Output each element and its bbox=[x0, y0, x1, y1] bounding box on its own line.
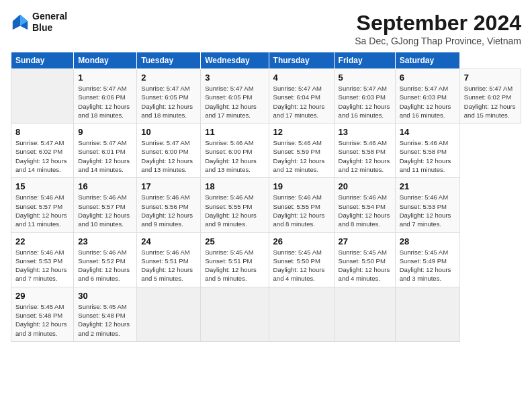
day-number: 4 bbox=[273, 73, 330, 83]
table-row: 24 Sunrise: 5:46 AMSunset: 5:51 PMDaylig… bbox=[137, 232, 201, 287]
calendar-week-4: 22 Sunrise: 5:46 AMSunset: 5:53 PMDaylig… bbox=[11, 232, 521, 287]
day-info: Sunrise: 5:45 AMSunset: 5:49 PMDaylight:… bbox=[400, 248, 451, 283]
table-row: 27 Sunrise: 5:45 AMSunset: 5:50 PMDaylig… bbox=[334, 232, 395, 287]
table-row: 2 Sunrise: 5:47 AMSunset: 6:05 PMDayligh… bbox=[137, 69, 201, 124]
table-row: 25 Sunrise: 5:45 AMSunset: 5:51 PMDaylig… bbox=[201, 232, 269, 287]
day-info: Sunrise: 5:46 AMSunset: 5:58 PMDaylight:… bbox=[400, 139, 451, 173]
day-number: 27 bbox=[339, 236, 391, 246]
day-number: 3 bbox=[205, 73, 264, 83]
day-info: Sunrise: 5:46 AMSunset: 5:53 PMDaylight:… bbox=[15, 248, 67, 283]
table-row: 10 Sunrise: 5:47 AMSunset: 6:00 PMDaylig… bbox=[137, 124, 201, 178]
table-row: 15 Sunrise: 5:46 AMSunset: 5:57 PMDaylig… bbox=[11, 178, 74, 232]
day-number: 8 bbox=[15, 127, 69, 137]
day-number: 7 bbox=[464, 73, 517, 83]
col-header-friday: Friday bbox=[334, 52, 395, 69]
table-row: 4 Sunrise: 5:47 AMSunset: 6:04 PMDayligh… bbox=[269, 69, 334, 124]
table-row: 1 Sunrise: 5:47 AMSunset: 6:06 PMDayligh… bbox=[74, 69, 137, 124]
calendar-table: SundayMondayTuesdayWednesdayThursdayFrid… bbox=[11, 52, 521, 342]
day-info: Sunrise: 5:46 AMSunset: 6:00 PMDaylight:… bbox=[205, 139, 257, 173]
table-row: 17 Sunrise: 5:46 AMSunset: 5:56 PMDaylig… bbox=[137, 178, 201, 232]
table-row: 21 Sunrise: 5:46 AMSunset: 5:53 PMDaylig… bbox=[395, 178, 459, 232]
table-row bbox=[269, 287, 334, 341]
calendar-week-1: 1 Sunrise: 5:47 AMSunset: 6:06 PMDayligh… bbox=[11, 69, 521, 124]
table-row bbox=[137, 287, 201, 341]
day-info: Sunrise: 5:47 AMSunset: 6:02 PMDaylight:… bbox=[464, 85, 516, 119]
day-number: 20 bbox=[339, 181, 391, 191]
table-row: 14 Sunrise: 5:46 AMSunset: 5:58 PMDaylig… bbox=[395, 124, 459, 178]
day-number: 1 bbox=[78, 73, 132, 83]
table-row: 23 Sunrise: 5:46 AMSunset: 5:52 PMDaylig… bbox=[74, 232, 137, 287]
day-number: 9 bbox=[78, 127, 132, 137]
day-number: 14 bbox=[400, 127, 455, 137]
day-number: 19 bbox=[273, 181, 330, 191]
logo-text: GeneralBlue bbox=[32, 11, 67, 34]
col-header-wednesday: Wednesday bbox=[201, 52, 269, 69]
day-info: Sunrise: 5:47 AMSunset: 6:02 PMDaylight:… bbox=[15, 139, 67, 173]
table-row bbox=[334, 287, 395, 341]
day-number: 2 bbox=[141, 73, 196, 83]
day-number: 26 bbox=[273, 236, 330, 246]
table-row: 29 Sunrise: 5:45 AMSunset: 5:48 PMDaylig… bbox=[11, 287, 74, 341]
col-header-monday: Monday bbox=[74, 52, 137, 69]
day-info: Sunrise: 5:47 AMSunset: 6:03 PMDaylight:… bbox=[400, 85, 451, 119]
day-number: 29 bbox=[15, 291, 69, 301]
table-row: 8 Sunrise: 5:47 AMSunset: 6:02 PMDayligh… bbox=[11, 124, 74, 178]
table-row: 28 Sunrise: 5:45 AMSunset: 5:49 PMDaylig… bbox=[395, 232, 459, 287]
day-info: Sunrise: 5:46 AMSunset: 5:57 PMDaylight:… bbox=[15, 193, 67, 228]
table-row: 7 Sunrise: 5:47 AMSunset: 6:02 PMDayligh… bbox=[459, 69, 521, 124]
day-info: Sunrise: 5:46 AMSunset: 5:52 PMDaylight:… bbox=[78, 248, 130, 283]
day-number: 6 bbox=[400, 73, 455, 83]
table-row: 3 Sunrise: 5:47 AMSunset: 6:05 PMDayligh… bbox=[201, 69, 269, 124]
day-info: Sunrise: 5:46 AMSunset: 5:56 PMDaylight:… bbox=[141, 193, 193, 228]
table-row: 20 Sunrise: 5:46 AMSunset: 5:54 PMDaylig… bbox=[334, 178, 395, 232]
day-info: Sunrise: 5:45 AMSunset: 5:50 PMDaylight:… bbox=[339, 248, 390, 283]
table-row: 5 Sunrise: 5:47 AMSunset: 6:03 PMDayligh… bbox=[334, 69, 395, 124]
day-info: Sunrise: 5:46 AMSunset: 5:51 PMDaylight:… bbox=[141, 248, 193, 283]
day-info: Sunrise: 5:46 AMSunset: 5:55 PMDaylight:… bbox=[205, 193, 257, 228]
title-area: September 2024 Sa Dec, GJong Thap Provin… bbox=[355, 11, 521, 46]
col-header-saturday: Saturday bbox=[395, 52, 459, 69]
day-number: 5 bbox=[339, 73, 391, 83]
day-number: 30 bbox=[78, 291, 132, 301]
day-info: Sunrise: 5:46 AMSunset: 5:57 PMDaylight:… bbox=[78, 193, 130, 228]
day-number: 10 bbox=[141, 127, 196, 137]
col-header-thursday: Thursday bbox=[269, 52, 334, 69]
table-row: 11 Sunrise: 5:46 AMSunset: 6:00 PMDaylig… bbox=[201, 124, 269, 178]
day-info: Sunrise: 5:46 AMSunset: 5:54 PMDaylight:… bbox=[339, 193, 390, 228]
day-info: Sunrise: 5:46 AMSunset: 5:58 PMDaylight:… bbox=[339, 139, 390, 173]
day-info: Sunrise: 5:46 AMSunset: 5:59 PMDaylight:… bbox=[273, 139, 325, 173]
day-number: 21 bbox=[400, 181, 455, 191]
day-info: Sunrise: 5:45 AMSunset: 5:51 PMDaylight:… bbox=[205, 248, 257, 283]
day-info: Sunrise: 5:45 AMSunset: 5:50 PMDaylight:… bbox=[273, 248, 325, 283]
calendar-week-3: 15 Sunrise: 5:46 AMSunset: 5:57 PMDaylig… bbox=[11, 178, 521, 232]
table-row: 19 Sunrise: 5:46 AMSunset: 5:55 PMDaylig… bbox=[269, 178, 334, 232]
day-number: 28 bbox=[400, 236, 455, 246]
day-number: 12 bbox=[273, 127, 330, 137]
day-info: Sunrise: 5:45 AMSunset: 5:48 PMDaylight:… bbox=[78, 303, 130, 337]
day-number: 16 bbox=[78, 181, 132, 191]
day-info: Sunrise: 5:45 AMSunset: 5:48 PMDaylight:… bbox=[15, 303, 67, 337]
day-info: Sunrise: 5:47 AMSunset: 6:05 PMDaylight:… bbox=[205, 85, 257, 119]
day-info: Sunrise: 5:46 AMSunset: 5:55 PMDaylight:… bbox=[273, 193, 325, 228]
day-number: 11 bbox=[205, 127, 264, 137]
day-info: Sunrise: 5:47 AMSunset: 6:00 PMDaylight:… bbox=[141, 139, 193, 173]
table-row: 13 Sunrise: 5:46 AMSunset: 5:58 PMDaylig… bbox=[334, 124, 395, 178]
table-row: 26 Sunrise: 5:45 AMSunset: 5:50 PMDaylig… bbox=[269, 232, 334, 287]
col-header-tuesday: Tuesday bbox=[137, 52, 201, 69]
table-row: 9 Sunrise: 5:47 AMSunset: 6:01 PMDayligh… bbox=[74, 124, 137, 178]
day-number: 13 bbox=[339, 127, 391, 137]
day-info: Sunrise: 5:47 AMSunset: 6:01 PMDaylight:… bbox=[78, 139, 130, 173]
day-number: 22 bbox=[15, 236, 69, 246]
day-info: Sunrise: 5:47 AMSunset: 6:06 PMDaylight:… bbox=[78, 85, 130, 119]
day-number: 25 bbox=[205, 236, 264, 246]
col-header-sunday: Sunday bbox=[11, 52, 74, 69]
day-info: Sunrise: 5:47 AMSunset: 6:05 PMDaylight:… bbox=[141, 85, 193, 119]
empty-cell bbox=[11, 69, 74, 124]
table-row: 22 Sunrise: 5:46 AMSunset: 5:53 PMDaylig… bbox=[11, 232, 74, 287]
day-number: 15 bbox=[15, 181, 69, 191]
table-row: 12 Sunrise: 5:46 AMSunset: 5:59 PMDaylig… bbox=[269, 124, 334, 178]
calendar-week-5: 29 Sunrise: 5:45 AMSunset: 5:48 PMDaylig… bbox=[11, 287, 521, 341]
table-row: 16 Sunrise: 5:46 AMSunset: 5:57 PMDaylig… bbox=[74, 178, 137, 232]
table-row: 30 Sunrise: 5:45 AMSunset: 5:48 PMDaylig… bbox=[74, 287, 137, 341]
day-info: Sunrise: 5:47 AMSunset: 6:03 PMDaylight:… bbox=[339, 85, 390, 119]
